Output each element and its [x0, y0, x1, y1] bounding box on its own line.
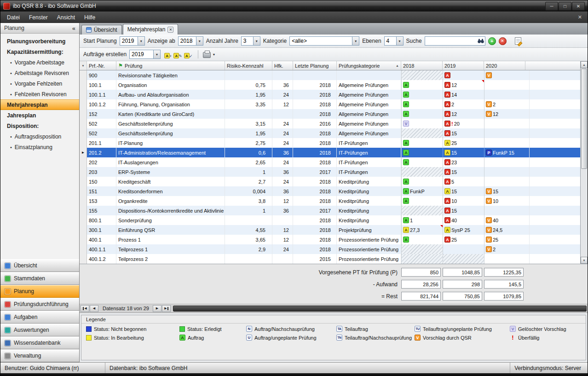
table-row[interactable]: 100.1.2Führung, Planung, Organisation3,3…	[80, 99, 580, 109]
add-button[interactable]: +	[488, 37, 496, 45]
module-button-auswertungen[interactable]: Auswertungen	[0, 324, 79, 336]
column-header-2018[interactable]: 2018	[401, 61, 443, 70]
horizontal-scrollbar-thumb[interactable]	[173, 306, 587, 312]
print-settings-button[interactable]: ▼	[203, 51, 215, 58]
table-row[interactable]: 400.1.2Teilprozess 22015Prozessorientier…	[80, 254, 580, 264]
column-label: Risiko-Kennzahl	[227, 63, 263, 69]
table-row[interactable]: 203ERP-Systeme1362017IT-PrüfungenA15	[80, 167, 580, 177]
sidebar-item-kapazitaetsermittlung[interactable]: Kapazitätsermittlung:	[0, 46, 79, 57]
clear-button[interactable]: ✕	[499, 37, 507, 45]
chevron-down-icon[interactable]: ▼	[196, 37, 203, 45]
menu-item-datei[interactable]: Datei	[2, 12, 24, 23]
module-button-planung[interactable]: Planung	[0, 285, 79, 298]
column-header-pruefung[interactable]: ⚑Prüfung	[116, 61, 225, 70]
next-record-button[interactable]: ▶	[153, 305, 161, 312]
table-row[interactable]: 100.1Organisation0,75362018Allgemeine Pr…	[80, 80, 580, 90]
cell-2018: A	[401, 99, 443, 109]
minimize-button[interactable]: ─	[545, 2, 558, 11]
module-button-pruefungsdurchfuehrung[interactable]: Prüfungsdurchführung	[0, 298, 79, 311]
close-tab-icon[interactable]: ✕	[167, 27, 173, 33]
chevron-down-icon[interactable]: ▼	[253, 37, 260, 45]
sidebar-item-einsatzplanung[interactable]: •Einsatzplanung	[0, 142, 79, 152]
chevron-down-icon[interactable]: ▼	[153, 50, 160, 58]
orders-year-select[interactable]: 2019 ▼	[129, 50, 161, 59]
menu-item-fenster[interactable]: Fenster	[24, 12, 52, 23]
table-row[interactable]: 150Kreditgeschäft2,7242018KreditprüfungA…	[80, 177, 580, 186]
module-button-verwaltung[interactable]: Verwaltung	[0, 349, 79, 362]
badge-v-icon: V	[403, 121, 409, 127]
chevron-down-icon[interactable]: ▼	[352, 37, 359, 45]
ebenen-select[interactable]: 4 ▼	[384, 36, 404, 46]
anzahl-jahre-select[interactable]: 3 ▼	[241, 36, 260, 46]
tab-uebersicht[interactable]: Übersicht	[81, 25, 122, 35]
table-row[interactable]: 502Geschäftsstellenprüfung1,95242018Allg…	[80, 128, 580, 138]
scroll-down-icon[interactable]: ▼	[581, 257, 588, 264]
module-button-stammdaten[interactable]: Stammdaten	[0, 272, 79, 285]
table-row[interactable]: 155Dispositions-/Kontokorrentkredite und…	[80, 206, 580, 215]
table-row[interactable]: 300.1Einführung QSR4,55122018Projektprüf…	[80, 225, 580, 235]
module-button-aufgaben[interactable]: Aufgaben	[0, 311, 79, 324]
chevron-down-icon[interactable]: ▼	[396, 37, 403, 45]
module-button-uebersicht[interactable]: Übersicht	[0, 259, 79, 272]
column-header-hfk[interactable]: Hfk.	[272, 61, 293, 70]
column-header-2019[interactable]: 2019	[443, 61, 484, 70]
menu-close-icon[interactable]: ✕	[574, 14, 586, 20]
edit-orders-icon[interactable]: A✎	[173, 50, 183, 59]
sidebar-item-label: Einsatzplanung	[15, 144, 52, 150]
table-corner-button[interactable]: ▼	[80, 61, 87, 70]
column-header-risiko[interactable]: Risiko-Kennzahl	[225, 61, 272, 70]
table-row[interactable]: 100.1.1Aufbau- und Ablauforganisation1,9…	[80, 90, 580, 99]
last-record-button[interactable]: ▶	[162, 305, 171, 312]
tab-mehrjahresplan[interactable]: Mehrjahresplan✕	[123, 24, 179, 35]
table-row[interactable]: 153Organkredite3,8122018KreditprüfungAA1…	[80, 196, 580, 206]
anzeige-ab-select[interactable]: 2018 ▼	[178, 36, 203, 46]
legend-label: Teilauftrag/ungeplante Prüfung	[423, 326, 492, 332]
scrollbar-track[interactable]	[581, 169, 588, 257]
vertical-scrollbar[interactable]: ▲ ▼	[580, 61, 588, 264]
first-record-button[interactable]: ◀	[81, 305, 89, 312]
chevron-down-icon[interactable]: ▼	[138, 37, 144, 45]
create-orders-icon[interactable]: A+	[163, 50, 173, 59]
table-row[interactable]: 202IT-Auslagerungen2,65242018IT-Prüfunge…	[80, 157, 580, 167]
confirm-orders-icon[interactable]: A✓	[183, 50, 194, 59]
kategorie-value: <alle>	[290, 38, 352, 44]
sidebar-item-disposition[interactable]: Disposition:	[0, 121, 79, 131]
scroll-up-icon[interactable]: ▲	[581, 61, 588, 68]
maximize-button[interactable]: □	[559, 2, 571, 11]
collapse-sidebar-icon[interactable]: «	[72, 25, 75, 32]
cell-kategorie	[337, 70, 401, 80]
scrollbar-thumb[interactable]	[581, 69, 587, 169]
table-row[interactable]: 201.1IT-Planung2,75242018IT-PrüfungenAA2…	[80, 138, 580, 148]
menu-item-ansicht[interactable]: Ansicht	[52, 12, 80, 23]
table-row[interactable]: 400.1Prozess 13,65122018Prozessorientier…	[80, 235, 580, 244]
table-row[interactable]: 152Karten (Kreditkarte und GiroCard)2018…	[80, 109, 580, 119]
module-button-wissensdatenbank[interactable]: Wissensdatenbank	[0, 336, 79, 349]
sidebar-item-vorgabe-fehlzeiten[interactable]: •Vorgabe Fehlzeiten	[0, 78, 79, 89]
legend-title: Legende	[81, 315, 586, 324]
edit-note-icon[interactable]	[515, 37, 521, 45]
sidebar-item-jahresplan[interactable]: Jahresplan	[0, 110, 79, 121]
cell-letzte-planung	[293, 70, 337, 80]
prev-record-button[interactable]: ◀	[90, 305, 98, 312]
sidebar-item-planungsvorbereitung[interactable]: Planungsvorbereitung	[0, 36, 79, 46]
sidebar-item-mehrjahresplan[interactable]: Mehrjahresplan	[0, 99, 79, 110]
sidebar-item-vorgabe-arbeitstage[interactable]: •Vorgabe Arbeitstage	[0, 57, 79, 68]
sidebar-item-arbeitstage-revisoren[interactable]: •Arbeitstage Revisoren	[0, 68, 79, 78]
menu-item-hilfe[interactable]: Hilfe	[80, 12, 100, 23]
table-row[interactable]: 502Geschäftsstellenprüfung3,15242016Allg…	[80, 119, 580, 128]
table-row[interactable]: 151Kreditsonderformen0,004362018Kreditpr…	[80, 186, 580, 196]
table-row[interactable]: 800.1Sonderprüfung2018KreditprüfungA1A40…	[80, 215, 580, 225]
column-header-kategorie[interactable]: Prüfungskategorie▲	[337, 61, 401, 70]
column-header-2020[interactable]: 2020	[484, 61, 525, 70]
search-input[interactable]	[425, 36, 485, 46]
sidebar-item-auftragsdisposition[interactable]: •Auftragsdisposition	[0, 131, 79, 142]
table-row[interactable]: 900Revisionsnahe TätigkeitenAV	[80, 70, 580, 80]
table-row[interactable]: 400.1.1Teilprozess 12,9242018Prozessorie…	[80, 244, 580, 254]
sidebar-item-fehlzeiten-revisoren[interactable]: •Fehlzeiten Revisoren	[0, 89, 79, 99]
column-header-prf-nr[interactable]: Prf.-Nr.	[87, 61, 116, 70]
column-header-letzte-planung[interactable]: Letzte Planung	[293, 61, 337, 70]
start-planung-select[interactable]: 2019 ▼	[120, 36, 145, 46]
kategorie-select[interactable]: <alle> ▼	[289, 36, 359, 46]
table-row[interactable]: ►201.2IT-Administration/Releasemanagemen…	[80, 148, 580, 157]
close-button[interactable]: ✕	[572, 2, 585, 11]
